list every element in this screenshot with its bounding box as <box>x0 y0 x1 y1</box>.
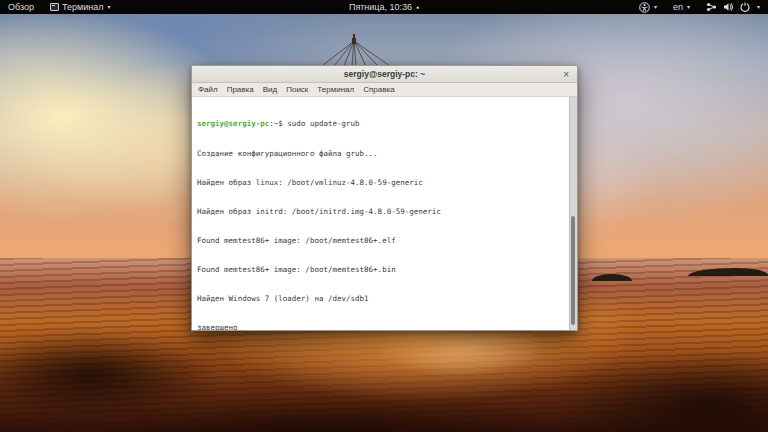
command-text: sudo update-grub <box>287 119 359 128</box>
network-icon <box>706 2 717 12</box>
app-menu-label: Терминал <box>62 0 103 14</box>
output-line: Найден Windows 7 (loader) на /dev/sdb1 <box>197 294 565 304</box>
prompt-suffix: :~$ <box>269 119 287 128</box>
island-silhouette <box>592 274 632 281</box>
accessibility-menu-button[interactable]: ▾ <box>631 0 665 14</box>
output-line: Found memtest86+ image: /boot/memtest86+… <box>197 236 565 246</box>
notification-dot-icon: ● <box>416 0 419 14</box>
scrollbar[interactable] <box>569 97 577 330</box>
status-area: ▾ en ▾ <box>631 0 768 14</box>
menu-view[interactable]: Вид <box>263 85 277 94</box>
keyboard-layout-label: en <box>673 0 683 14</box>
close-button[interactable]: × <box>560 66 572 83</box>
output-line: Найден образ linux: /boot/vmlinuz-4.8.0-… <box>197 178 565 188</box>
prompt-line: sergiy@sergiy-pc:~$ sudo update-grub <box>197 119 565 129</box>
terminal-text: sergiy@sergiy-pc:~$ sudo update-grub Соз… <box>192 97 577 330</box>
close-icon: × <box>563 69 569 80</box>
menu-terminal[interactable]: Терминал <box>317 85 354 94</box>
chevron-down-icon: ▾ <box>107 0 110 14</box>
terminal-content[interactable]: sergiy@sergiy-pc:~$ sudo update-grub Соз… <box>192 97 577 330</box>
chevron-down-icon: ▾ <box>757 0 760 14</box>
output-line: Found memtest86+ image: /boot/memtest86+… <box>197 265 565 275</box>
power-icon <box>740 2 750 12</box>
output-line: Создание конфигурационного файла grub... <box>197 149 565 159</box>
system-menu-button[interactable]: ▾ <box>698 0 768 14</box>
keyboard-layout-button[interactable]: en ▾ <box>665 0 698 14</box>
accessibility-icon <box>639 2 650 13</box>
chevron-down-icon: ▾ <box>654 0 657 14</box>
menu-search[interactable]: Поиск <box>286 85 308 94</box>
output-line: завершено <box>197 323 565 330</box>
output-line: Найден образ initrd: /boot/initrd.img-4.… <box>197 207 565 217</box>
activities-label: Обзор <box>8 0 34 14</box>
menu-help[interactable]: Справка <box>363 85 394 94</box>
window-title: sergiy@sergiy-pc: ~ <box>192 69 577 79</box>
window-titlebar[interactable]: sergiy@sergiy-pc: ~ × <box>192 66 577 83</box>
top-bar: Обзор Терминал ▾ Пятница, 10:36 ● ▾ <box>0 0 768 14</box>
menu-edit[interactable]: Правка <box>227 85 254 94</box>
terminal-window: sergiy@sergiy-pc: ~ × Файл Правка Вид По… <box>191 65 578 331</box>
chevron-down-icon: ▾ <box>687 0 690 14</box>
menu-file[interactable]: Файл <box>198 85 218 94</box>
clock-button[interactable]: Пятница, 10:36 <box>349 0 412 14</box>
ship-mast <box>316 14 396 66</box>
desktop: Обзор Терминал ▾ Пятница, 10:36 ● ▾ <box>0 0 768 432</box>
volume-icon <box>723 2 734 12</box>
app-menu-button[interactable]: Терминал ▾ <box>42 0 118 14</box>
menu-bar: Файл Правка Вид Поиск Терминал Справка <box>192 83 577 97</box>
activities-button[interactable]: Обзор <box>0 0 42 14</box>
prompt-user: sergiy@sergiy-pc <box>197 119 269 128</box>
scrollbar-handle[interactable] <box>571 216 575 326</box>
terminal-app-icon <box>50 3 59 11</box>
